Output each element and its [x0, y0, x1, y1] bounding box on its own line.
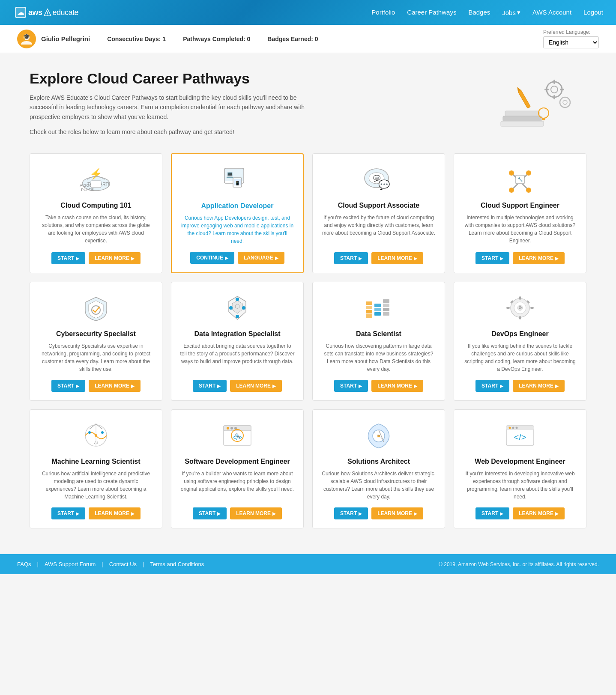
arrow-icon: ▶: [217, 511, 221, 516]
card-icon-cloud-support-associate: 💬 ☁ 💬: [362, 162, 396, 197]
card-btn2-solutions-architect[interactable]: LEARN MORE ▶: [371, 507, 423, 519]
card-title-cybersecurity-specialist: Cybersecurity Specialist: [56, 330, 136, 338]
arrow-icon: ▶: [555, 256, 559, 261]
card-desc-software-development-engineer: If you're a builder who wants to learn m…: [180, 470, 295, 501]
logo-aws: aws: [28, 8, 42, 17]
svg-text:</>: </>: [514, 433, 526, 442]
consecutive-days-stat: Consecutive Days: 1: [107, 36, 166, 42]
pathway-card-data-integration-specialist: ⬡ Data Integration Specialist Excited ab…: [171, 282, 304, 401]
nav-portfolio[interactable]: Portfolio: [371, 9, 395, 16]
arrow-icon: ▶: [414, 511, 417, 516]
arrow-icon: ▶: [500, 256, 503, 261]
user-stats: Consecutive Days: 1 Pathways Completed: …: [107, 36, 526, 42]
card-btn2-data-integration-specialist[interactable]: LEARN MORE ▶: [230, 380, 282, 392]
arrow-icon: ▶: [275, 256, 278, 260]
svg-rect-9: [501, 121, 544, 126]
card-btn1-machine-learning-scientist[interactable]: START ▶: [51, 507, 85, 519]
card-buttons-software-development-engineer: START ▶ LEARN MORE ▶: [193, 507, 282, 519]
card-desc-cloud-computing-101: Take a crash course on the cloud, its hi…: [39, 214, 153, 245]
card-icon-data-integration-specialist: ⬡: [220, 291, 254, 325]
card-btn1-data-integration-specialist[interactable]: START ▶: [193, 380, 227, 392]
card-buttons-cloud-support-engineer: START ▶ LEARN MORE ▶: [475, 252, 565, 264]
svg-rect-63: [383, 312, 389, 316]
footer-contact[interactable]: Contact Us: [109, 561, 137, 567]
nav-career-pathways[interactable]: Career Pathways: [407, 9, 456, 16]
card-icon-devops-engineer: ⚙: [503, 291, 537, 325]
card-btn2-machine-learning-scientist[interactable]: LEARN MORE ▶: [89, 507, 141, 519]
arrow-icon: ▶: [555, 511, 559, 516]
svg-rect-61: [383, 304, 389, 307]
svg-point-95: [509, 427, 511, 429]
avatar: 🎓: [17, 30, 36, 48]
card-btn2-application-developer[interactable]: LANGUAGE ▶: [238, 252, 284, 264]
svg-point-76: [88, 431, 91, 434]
arrow-icon: ▶: [414, 256, 417, 261]
card-buttons-devops-engineer: START ▶ LEARN MORE ▶: [475, 380, 565, 392]
footer-support-forum[interactable]: AWS Support Forum: [45, 561, 96, 567]
card-title-data-integration-specialist: Data Integration Specialist: [194, 330, 281, 338]
card-title-application-developer: Application Developer: [201, 202, 274, 210]
logo: ☁ aws educate: [13, 6, 78, 18]
hero-section: Explore Cloud Career Pathways Explore AW…: [30, 70, 586, 140]
footer-faqs[interactable]: FAQs: [17, 561, 31, 567]
card-btn2-data-scientist[interactable]: LEARN MORE ▶: [371, 380, 423, 392]
svg-rect-56: [366, 314, 372, 318]
card-btn1-devops-engineer[interactable]: START ▶: [475, 380, 509, 392]
svg-point-96: [512, 427, 514, 429]
card-desc-machine-learning-scientist: Curious how artificial intelligence and …: [39, 470, 153, 501]
svg-text:☁: ☁: [17, 9, 24, 16]
footer: FAQs | AWS Support Forum | Contact Us | …: [0, 554, 616, 574]
svg-point-51: [236, 315, 239, 318]
card-btn1-cloud-support-associate[interactable]: START ▶: [334, 252, 368, 264]
card-desc-cybersecurity-specialist: Cybersecurity Specialists use expertise …: [39, 342, 153, 373]
lang-label: Preferred Language:: [543, 29, 599, 35]
svg-point-78: [95, 434, 97, 437]
nav-links: Portfolio Career Pathways Badges Jobs ▾ …: [371, 9, 603, 16]
nav-badges[interactable]: Badges: [468, 9, 490, 16]
card-btn1-cloud-computing-101[interactable]: START ▶: [51, 252, 85, 264]
svg-rect-59: [374, 312, 381, 316]
arrow-icon: ▶: [359, 511, 362, 516]
card-btn2-devops-engineer[interactable]: LEARN MORE ▶: [513, 380, 565, 392]
card-btn1-web-development-engineer[interactable]: START ▶: [475, 507, 509, 519]
card-buttons-data-integration-specialist: START ▶ LEARN MORE ▶: [193, 380, 282, 392]
lang-select[interactable]: English Spanish French German Japanese P…: [543, 36, 599, 48]
card-btn1-cloud-support-engineer[interactable]: START ▶: [475, 252, 509, 264]
card-btn1-data-scientist[interactable]: START ▶: [334, 380, 368, 392]
svg-rect-19: [542, 118, 545, 120]
svg-point-83: [230, 427, 233, 430]
arrow-icon: ▶: [131, 511, 135, 516]
card-btn2-cloud-support-associate[interactable]: LEARN MORE ▶: [371, 252, 423, 264]
card-btn1-software-development-engineer[interactable]: START ▶: [193, 507, 227, 519]
nav-aws-account[interactable]: AWS Account: [532, 9, 571, 16]
card-btn2-cloud-computing-101[interactable]: LEARN MORE ▶: [89, 252, 141, 264]
footer-sep-1: |: [37, 561, 39, 567]
card-btn2-cloud-support-engineer[interactable]: LEARN MORE ▶: [513, 252, 565, 264]
pathways-value: 0: [247, 36, 251, 42]
svg-rect-20: [518, 90, 530, 108]
card-desc-cloud-support-engineer: Interested in multiple technologies and …: [463, 214, 577, 245]
svg-point-48: [236, 298, 239, 301]
card-btn2-software-development-engineer[interactable]: LEARN MORE ▶: [230, 507, 282, 519]
card-icon-application-developer: 💻 📱: [220, 163, 254, 197]
card-btn2-web-development-engineer[interactable]: LEARN MORE ▶: [513, 507, 565, 519]
card-title-devops-engineer: DevOps Engineer: [491, 330, 548, 338]
card-btn1-cybersecurity-specialist[interactable]: START ▶: [51, 380, 85, 392]
nav-logout[interactable]: Logout: [583, 9, 603, 16]
footer-copyright: © 2019, Amazon Web Services, Inc. or its…: [439, 561, 599, 567]
card-buttons-application-developer: CONTINUE ▶ LANGUAGE ▶: [190, 252, 284, 264]
card-btn1-application-developer[interactable]: CONTINUE ▶: [190, 252, 234, 264]
pathway-card-machine-learning-scientist: AI Machine Learning Scientist Curious ho…: [30, 409, 162, 528]
card-desc-data-scientist: Curious how discovering patterns in larg…: [321, 342, 436, 373]
card-title-solutions-architect: Solutions Architect: [347, 458, 410, 465]
svg-rect-53: [366, 301, 372, 305]
chevron-down-icon: ▾: [517, 9, 520, 16]
footer-terms[interactable]: Terms and Conditions: [150, 561, 204, 567]
card-btn1-solutions-architect[interactable]: START ▶: [334, 507, 368, 519]
pathways-completed-stat: Pathways Completed: 0: [183, 36, 250, 42]
card-btn2-cybersecurity-specialist[interactable]: LEARN MORE ▶: [89, 380, 141, 392]
svg-text:AI: AI: [94, 441, 98, 445]
nav-jobs[interactable]: Jobs ▾: [502, 9, 520, 16]
hero-cta: Check out the roles below to learn more …: [30, 128, 321, 135]
arrow-icon: ▶: [359, 384, 362, 388]
